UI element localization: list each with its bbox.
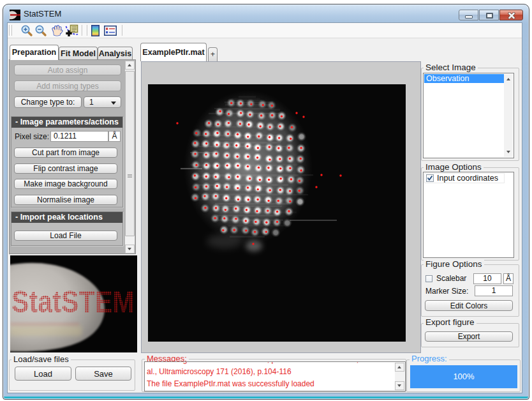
svg-text:StatSTEM: StatSTEM xyxy=(11,285,135,319)
